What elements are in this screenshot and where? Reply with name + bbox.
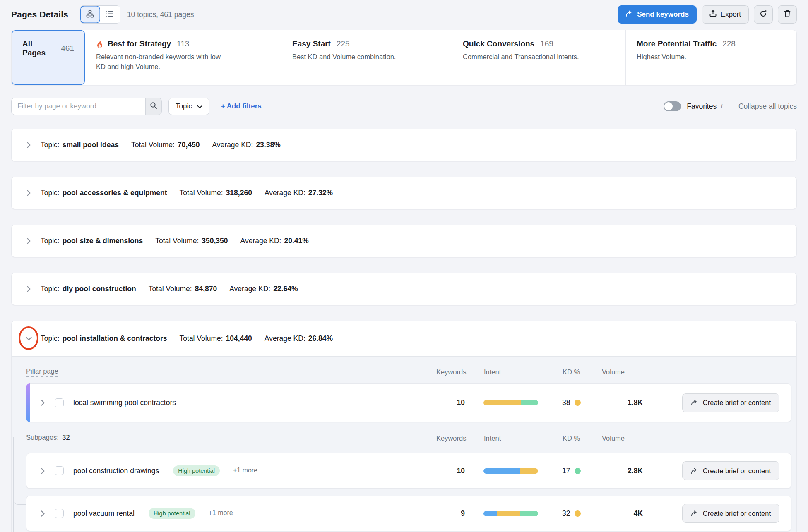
subpage-name[interactable]: pool vacuum rental <box>73 509 135 518</box>
row-checkbox[interactable] <box>55 466 64 475</box>
more-badges-link[interactable]: +1 more <box>233 467 257 475</box>
high-potential-badge: High potential <box>149 508 195 519</box>
export-button[interactable]: Export <box>702 5 749 24</box>
send-keywords-button[interactable]: Send keywords <box>618 5 697 24</box>
favorites-toggle[interactable] <box>664 101 681 111</box>
tree-trunk-line <box>13 437 14 532</box>
kd-value: 32 <box>562 509 570 518</box>
topic-row-pool-accessories[interactable]: Topic: pool accessories & equipment Tota… <box>12 177 796 209</box>
pillar-page-label[interactable]: Pillar page <box>26 367 58 377</box>
pages-details-view: Pages Details <box>0 0 808 532</box>
toggle-knob <box>664 102 673 110</box>
intent-bar <box>483 400 538 405</box>
create-brief-button[interactable]: Create brief or content <box>682 504 779 523</box>
intent-bar <box>483 511 538 516</box>
tab-easy-start[interactable]: Easy Start 225 Best KD and Volume combin… <box>281 30 452 85</box>
tab-best-for-strategy[interactable]: Best for Strategy 113 Relevant non-brand… <box>85 30 281 85</box>
chevron-right-icon[interactable] <box>24 190 33 196</box>
filter-bar-right: Favorites i Collapse all topics <box>664 101 797 111</box>
topics-pages-summary: 10 topics, 461 pages <box>127 10 194 19</box>
pillar-header-row: Pillar page Keywords Intent KD % Volume <box>26 357 791 377</box>
keywords-count: 10 <box>436 398 465 407</box>
create-brief-button[interactable]: Create brief or content <box>682 393 779 412</box>
collapse-all-topics-link[interactable]: Collapse all topics <box>738 102 797 111</box>
create-brief-button[interactable]: Create brief or content <box>682 461 779 480</box>
col-kd: KD % <box>552 434 602 442</box>
chevron-right-icon[interactable] <box>38 400 47 406</box>
col-intent: Intent <box>465 434 552 442</box>
row-checkbox[interactable] <box>55 398 64 407</box>
hierarchy-view-button[interactable] <box>80 6 100 23</box>
col-keywords: Keywords <box>436 368 465 376</box>
volume-value: 2.8K <box>601 467 643 475</box>
pillar-accent-bar <box>26 383 30 422</box>
subpage-row: pool vacuum rental High potential +1 mor… <box>26 496 791 531</box>
topics-list: Topic: small pool ideas Total Volume: 70… <box>11 129 797 532</box>
total-volume-value: 318,260 <box>226 189 252 197</box>
search-input[interactable] <box>11 98 145 115</box>
list-view-button[interactable] <box>100 6 120 23</box>
send-arrow-icon <box>691 400 698 406</box>
topic-row-diy-pool-construction[interactable]: Topic: diy pool construction Total Volum… <box>12 273 796 305</box>
top-actions: Send keywords Export <box>618 5 797 24</box>
pillar-connector-line <box>13 437 26 437</box>
topic-filter-dropdown[interactable]: Topic <box>168 98 209 115</box>
send-arrow-icon <box>691 510 698 517</box>
search-icon <box>150 102 157 111</box>
refresh-icon <box>760 10 767 19</box>
average-kd-value: 22.64% <box>273 285 298 293</box>
volume-value: 4K <box>601 509 643 518</box>
topic-name: pool installation & contractors <box>63 334 167 343</box>
chevron-down-icon[interactable] <box>24 337 33 340</box>
chevron-right-icon[interactable] <box>24 286 33 292</box>
chevron-right-icon[interactable] <box>38 468 47 474</box>
subpages-count: 32 <box>62 434 70 442</box>
topic-card: Topic: pool accessories & equipment Tota… <box>11 177 797 209</box>
refresh-button[interactable] <box>754 5 773 24</box>
page-title: Pages Details <box>11 10 68 19</box>
tab-all-pages[interactable]: All Pages 461 <box>12 30 85 85</box>
chevron-right-icon[interactable] <box>24 142 33 148</box>
col-volume: Volume <box>602 368 643 376</box>
topic-row-pool-size[interactable]: Topic: pool size & dimensions Total Volu… <box>12 225 796 257</box>
average-kd-value: 26.84% <box>308 334 333 343</box>
delete-button[interactable] <box>778 5 797 24</box>
chevron-down-icon <box>197 102 202 110</box>
col-intent: Intent <box>465 368 552 376</box>
hierarchy-icon <box>86 10 94 19</box>
tab-description: Commercial and Transactional intents. <box>463 52 595 62</box>
subpages-header-row: Subpages: 32 Keywords Intent KD % Volume <box>26 422 791 443</box>
chevron-right-icon[interactable] <box>24 238 33 244</box>
topic-row-pool-installation[interactable]: Topic: pool installation & contractors T… <box>12 321 796 356</box>
pillar-page-name[interactable]: local swimming pool contractors <box>73 398 176 407</box>
subpage-name[interactable]: pool construction drawings <box>73 467 159 475</box>
expanded-topic-body: Pillar page Keywords Intent KD % Volume <box>12 357 796 532</box>
topic-card: Topic: pool size & dimensions Total Volu… <box>11 225 797 257</box>
kd-value: 17 <box>562 467 570 475</box>
kd-dot <box>575 510 581 517</box>
average-kd-value: 23.38% <box>256 141 280 149</box>
topic-card: Topic: small pool ideas Total Volume: 70… <box>11 129 797 161</box>
topic-name: diy pool construction <box>63 285 136 293</box>
tab-quick-conversions[interactable]: Quick Conversions 169 Commercial and Tra… <box>452 30 626 85</box>
tab-description: Relevant non-branded keywords with low K… <box>96 52 228 72</box>
tab-more-potential-traffic[interactable]: More Potential Traffic 228 Highest Volum… <box>626 30 796 85</box>
topic-card: Topic: diy pool construction Total Volum… <box>11 273 797 305</box>
row-checkbox[interactable] <box>55 509 64 518</box>
info-icon[interactable]: i <box>721 102 723 110</box>
col-kd: KD % <box>552 368 602 376</box>
kd-dot <box>575 468 581 474</box>
more-badges-link[interactable]: +1 more <box>209 509 233 518</box>
search-button[interactable] <box>145 98 162 115</box>
tab-description: Best KD and Volume combination. <box>292 52 425 62</box>
topic-name: small pool ideas <box>63 141 119 149</box>
strategy-tabs: All Pages 461 Best for Strategy 113 Rele… <box>11 30 797 85</box>
add-filters-link[interactable]: + Add filters <box>221 102 262 110</box>
average-kd-value: 20.41% <box>284 237 308 245</box>
tab-description: Highest Volume. <box>637 52 769 62</box>
keywords-count: 9 <box>436 509 465 518</box>
topic-row-small-pool-ideas[interactable]: Topic: small pool ideas Total Volume: 70… <box>12 129 796 161</box>
export-icon <box>709 10 717 19</box>
chevron-right-icon[interactable] <box>38 510 47 517</box>
subpages-label[interactable]: Subpages: <box>26 434 59 443</box>
